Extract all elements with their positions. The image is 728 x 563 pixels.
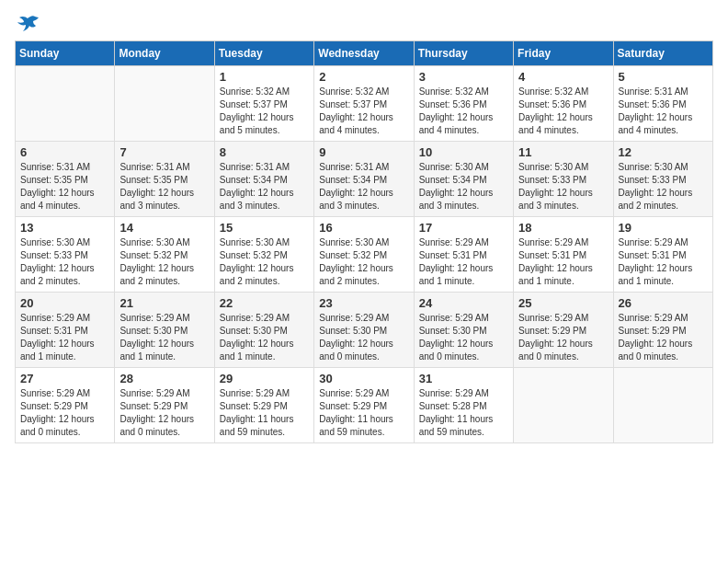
day-number: 4 — [518, 70, 608, 84]
calendar-cell: 31Sunrise: 5:29 AM Sunset: 5:28 PM Dayli… — [414, 368, 513, 443]
day-number: 6 — [20, 145, 109, 159]
calendar-week-3: 13Sunrise: 5:30 AM Sunset: 5:33 PM Dayli… — [16, 217, 713, 293]
day-info: Sunrise: 5:29 AM Sunset: 5:29 PM Dayligh… — [20, 387, 109, 439]
calendar: SundayMondayTuesdayWednesdayThursdayFrid… — [15, 40, 713, 443]
calendar-body: 1Sunrise: 5:32 AM Sunset: 5:37 PM Daylig… — [16, 66, 713, 443]
day-info: Sunrise: 5:30 AM Sunset: 5:32 PM Dayligh… — [119, 236, 209, 288]
day-number: 26 — [619, 296, 708, 310]
weekday-header-friday: Friday — [514, 41, 613, 66]
day-number: 12 — [619, 145, 708, 159]
day-number: 8 — [220, 145, 309, 159]
calendar-cell: 10Sunrise: 5:30 AM Sunset: 5:34 PM Dayli… — [414, 142, 513, 217]
calendar-cell: 9Sunrise: 5:31 AM Sunset: 5:34 PM Daylig… — [314, 142, 414, 217]
calendar-cell: 14Sunrise: 5:30 AM Sunset: 5:32 PM Dayli… — [115, 217, 214, 293]
day-info: Sunrise: 5:31 AM Sunset: 5:34 PM Dayligh… — [220, 161, 309, 213]
day-number: 30 — [319, 372, 408, 385]
day-info: Sunrise: 5:30 AM Sunset: 5:33 PM Dayligh… — [20, 236, 109, 288]
calendar-cell: 11Sunrise: 5:30 AM Sunset: 5:33 PM Dayli… — [514, 142, 613, 217]
day-number: 11 — [518, 145, 608, 159]
day-number: 7 — [119, 145, 209, 159]
logo-bird-icon — [17, 15, 39, 33]
calendar-cell — [514, 368, 613, 443]
calendar-cell: 6Sunrise: 5:31 AM Sunset: 5:35 PM Daylig… — [16, 142, 115, 217]
day-info: Sunrise: 5:31 AM Sunset: 5:35 PM Dayligh… — [20, 161, 109, 213]
day-number: 16 — [319, 221, 408, 235]
day-number: 19 — [619, 221, 708, 235]
day-number: 25 — [518, 296, 608, 310]
day-number: 9 — [319, 145, 408, 159]
day-info: Sunrise: 5:32 AM Sunset: 5:36 PM Dayligh… — [419, 86, 508, 137]
day-number: 17 — [419, 221, 508, 235]
day-info: Sunrise: 5:31 AM Sunset: 5:35 PM Dayligh… — [119, 161, 209, 213]
day-number: 31 — [419, 372, 508, 385]
day-number: 14 — [119, 221, 209, 235]
day-number: 3 — [419, 70, 508, 84]
day-info: Sunrise: 5:29 AM Sunset: 5:29 PM Dayligh… — [319, 387, 408, 439]
day-number: 27 — [20, 372, 109, 385]
weekday-header-tuesday: Tuesday — [214, 41, 313, 66]
calendar-cell: 22Sunrise: 5:29 AM Sunset: 5:30 PM Dayli… — [214, 293, 313, 368]
day-number: 21 — [119, 296, 209, 310]
calendar-cell: 16Sunrise: 5:30 AM Sunset: 5:32 PM Dayli… — [314, 217, 414, 293]
day-info: Sunrise: 5:30 AM Sunset: 5:34 PM Dayligh… — [419, 161, 508, 213]
day-number: 5 — [619, 70, 708, 84]
day-info: Sunrise: 5:29 AM Sunset: 5:30 PM Dayligh… — [220, 312, 309, 363]
day-info: Sunrise: 5:30 AM Sunset: 5:32 PM Dayligh… — [319, 236, 408, 288]
calendar-week-5: 27Sunrise: 5:29 AM Sunset: 5:29 PM Dayli… — [16, 368, 713, 443]
calendar-cell: 15Sunrise: 5:30 AM Sunset: 5:32 PM Dayli… — [214, 217, 313, 293]
day-info: Sunrise: 5:29 AM Sunset: 5:29 PM Dayligh… — [119, 387, 209, 439]
day-info: Sunrise: 5:32 AM Sunset: 5:37 PM Dayligh… — [319, 86, 408, 137]
calendar-cell — [16, 66, 115, 142]
day-number: 28 — [119, 372, 209, 385]
weekday-header-saturday: Saturday — [613, 41, 712, 66]
day-info: Sunrise: 5:29 AM Sunset: 5:29 PM Dayligh… — [518, 312, 608, 363]
calendar-week-4: 20Sunrise: 5:29 AM Sunset: 5:31 PM Dayli… — [16, 293, 713, 368]
day-info: Sunrise: 5:29 AM Sunset: 5:31 PM Dayligh… — [419, 236, 508, 288]
day-info: Sunrise: 5:31 AM Sunset: 5:34 PM Dayligh… — [319, 161, 408, 213]
weekday-header-wednesday: Wednesday — [314, 41, 414, 66]
weekday-header-monday: Monday — [115, 41, 214, 66]
day-info: Sunrise: 5:32 AM Sunset: 5:37 PM Dayligh… — [220, 86, 309, 137]
day-number: 1 — [220, 70, 309, 84]
day-number: 13 — [20, 221, 109, 235]
calendar-cell — [613, 368, 712, 443]
day-number: 23 — [319, 296, 408, 310]
calendar-cell: 29Sunrise: 5:29 AM Sunset: 5:29 PM Dayli… — [214, 368, 313, 443]
day-info: Sunrise: 5:29 AM Sunset: 5:29 PM Dayligh… — [220, 387, 309, 439]
day-info: Sunrise: 5:29 AM Sunset: 5:30 PM Dayligh… — [419, 312, 508, 363]
day-info: Sunrise: 5:29 AM Sunset: 5:31 PM Dayligh… — [20, 312, 109, 363]
calendar-cell: 7Sunrise: 5:31 AM Sunset: 5:35 PM Daylig… — [115, 142, 214, 217]
calendar-cell: 13Sunrise: 5:30 AM Sunset: 5:33 PM Dayli… — [16, 217, 115, 293]
day-number: 20 — [20, 296, 109, 310]
day-number: 18 — [518, 221, 608, 235]
calendar-cell: 3Sunrise: 5:32 AM Sunset: 5:36 PM Daylig… — [414, 66, 513, 142]
calendar-header-row: SundayMondayTuesdayWednesdayThursdayFrid… — [16, 41, 713, 66]
calendar-cell: 1Sunrise: 5:32 AM Sunset: 5:37 PM Daylig… — [214, 66, 313, 142]
calendar-cell: 21Sunrise: 5:29 AM Sunset: 5:30 PM Dayli… — [115, 293, 214, 368]
calendar-cell — [115, 66, 214, 142]
calendar-cell: 28Sunrise: 5:29 AM Sunset: 5:29 PM Dayli… — [115, 368, 214, 443]
day-info: Sunrise: 5:29 AM Sunset: 5:29 PM Dayligh… — [619, 312, 708, 363]
calendar-cell: 18Sunrise: 5:29 AM Sunset: 5:31 PM Dayli… — [514, 217, 613, 293]
day-number: 15 — [220, 221, 309, 235]
day-number: 10 — [419, 145, 508, 159]
calendar-cell: 5Sunrise: 5:31 AM Sunset: 5:36 PM Daylig… — [613, 66, 712, 142]
day-info: Sunrise: 5:29 AM Sunset: 5:31 PM Dayligh… — [619, 236, 708, 288]
calendar-cell: 19Sunrise: 5:29 AM Sunset: 5:31 PM Dayli… — [613, 217, 712, 293]
day-number: 22 — [220, 296, 309, 310]
day-info: Sunrise: 5:29 AM Sunset: 5:30 PM Dayligh… — [319, 312, 408, 363]
calendar-cell: 2Sunrise: 5:32 AM Sunset: 5:37 PM Daylig… — [314, 66, 414, 142]
day-info: Sunrise: 5:30 AM Sunset: 5:32 PM Dayligh… — [220, 236, 309, 288]
calendar-cell: 17Sunrise: 5:29 AM Sunset: 5:31 PM Dayli… — [414, 217, 513, 293]
calendar-cell: 12Sunrise: 5:30 AM Sunset: 5:33 PM Dayli… — [613, 142, 712, 217]
day-info: Sunrise: 5:29 AM Sunset: 5:28 PM Dayligh… — [419, 387, 508, 439]
day-info: Sunrise: 5:29 AM Sunset: 5:30 PM Dayligh… — [119, 312, 209, 363]
weekday-header-sunday: Sunday — [16, 41, 115, 66]
day-info: Sunrise: 5:31 AM Sunset: 5:36 PM Dayligh… — [619, 86, 708, 137]
calendar-cell: 24Sunrise: 5:29 AM Sunset: 5:30 PM Dayli… — [414, 293, 513, 368]
calendar-cell: 30Sunrise: 5:29 AM Sunset: 5:29 PM Dayli… — [314, 368, 414, 443]
day-number: 24 — [419, 296, 508, 310]
day-info: Sunrise: 5:30 AM Sunset: 5:33 PM Dayligh… — [619, 161, 708, 213]
day-info: Sunrise: 5:30 AM Sunset: 5:33 PM Dayligh… — [518, 161, 608, 213]
calendar-cell: 20Sunrise: 5:29 AM Sunset: 5:31 PM Dayli… — [16, 293, 115, 368]
